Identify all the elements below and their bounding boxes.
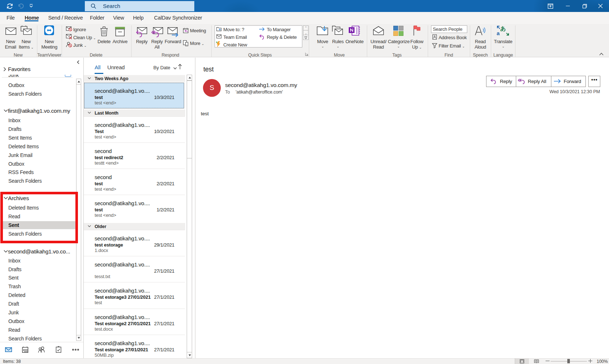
svg-text:あ: あ [500, 25, 506, 32]
svg-text:a: a [497, 30, 500, 36]
